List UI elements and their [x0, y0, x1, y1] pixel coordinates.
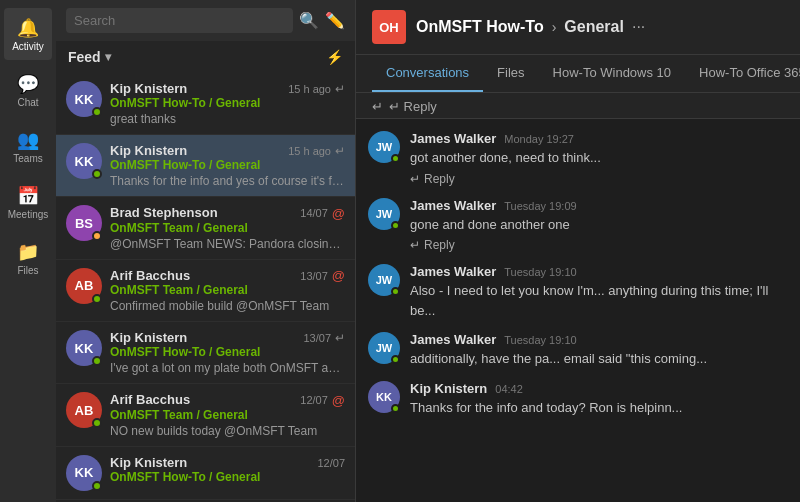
tab-files[interactable]: Files [483, 55, 538, 92]
msg-author: James Walker [410, 198, 496, 213]
msg-author: Kip Knistern [410, 381, 487, 396]
reply-bar-icon: ↵ [372, 99, 383, 114]
msg-avatar-status [391, 287, 400, 296]
sidebar-item-teams-label: Teams [13, 153, 42, 164]
feed-preview: @OnMSFT Team NEWS: Pandora closing in Au… [110, 237, 345, 251]
feed-item[interactable]: KK Kip Knistern 13/07 ↵ OnMSFT How-To / … [56, 322, 355, 384]
sidebar-item-teams[interactable]: 👥 Teams [4, 120, 52, 172]
feed-preview: NO new builds today @OnMSFT Team [110, 424, 345, 438]
tab-howto-office365[interactable]: How-To Office 365 [685, 55, 800, 92]
channel-name: OnMSFT How-To [416, 18, 544, 36]
tabs-bar: Conversations Files How-To Windows 10 Ho… [356, 55, 800, 93]
feed-item[interactable]: AB Arif Bacchus 12/07 @ OnMSFT Team / Ge… [56, 384, 355, 447]
feed-author: Arif Bacchus [110, 392, 190, 407]
avatar-status [92, 356, 102, 366]
feed-author: Kip Knistern [110, 330, 187, 345]
feed-item[interactable]: AB Arif Bacchus 13/07 @ OnMSFT Team / Ge… [56, 260, 355, 323]
feed-author: Arif Bacchus [110, 268, 190, 283]
msg-avatar-status [391, 404, 400, 413]
avatar: KK [66, 455, 102, 491]
message-group: JW James Walker Monday 19:27 got another… [368, 131, 788, 186]
feed-item[interactable]: BS Brad Stephenson 14/07 @ OnMSFT Team /… [56, 197, 355, 260]
reply-icon: ↵ [335, 144, 345, 158]
msg-body: James Walker Monday 19:27 got another do… [410, 131, 788, 186]
channel-options-button[interactable]: ··· [632, 18, 645, 36]
msg-time: Tuesday 19:09 [504, 200, 576, 212]
feed-dropdown-icon[interactable]: ▾ [105, 50, 111, 64]
channel-avatar: OH [372, 10, 406, 44]
tab-howto-win10[interactable]: How-To Windows 10 [539, 55, 686, 92]
msg-time: Tuesday 19:10 [504, 334, 576, 346]
feed-content: Kip Knistern 15 h ago ↵ OnMSFT How-To / … [110, 143, 345, 188]
avatar: AB [66, 392, 102, 428]
feed-channel: OnMSFT Team / General [110, 283, 345, 297]
feed-author: Kip Knistern [110, 455, 187, 470]
feed-channel: OnMSFT How-To / General [110, 345, 345, 359]
msg-avatar: KK [368, 381, 400, 413]
search-icon[interactable]: 🔍 [299, 11, 319, 30]
sidebar-item-meetings[interactable]: 📅 Meetings [4, 176, 52, 228]
feed-time: 12/07 @ [300, 393, 345, 408]
msg-text: got another done, need to think... [410, 148, 788, 168]
sidebar-item-chat-label: Chat [17, 97, 38, 108]
avatar-status [92, 107, 102, 117]
activity-icon: 🔔 [17, 17, 39, 39]
feed-time: 13/07 ↵ [303, 331, 345, 345]
msg-author: James Walker [410, 264, 496, 279]
sidebar-item-chat[interactable]: 💬 Chat [4, 64, 52, 116]
feed-label: Feed [68, 49, 101, 65]
avatar: KK [66, 330, 102, 366]
reply-bar-label[interactable]: ↵ Reply [389, 99, 437, 114]
sidebar-item-activity[interactable]: 🔔 Activity [4, 8, 52, 60]
feed-item[interactable]: KK Kip Knistern 15 h ago ↵ OnMSFT How-To… [56, 73, 355, 135]
feed-channel: OnMSFT How-To / General [110, 470, 345, 484]
msg-avatar-status [391, 355, 400, 364]
msg-reply-button[interactable]: ↵ Reply [410, 238, 788, 252]
msg-avatar: JW [368, 198, 400, 230]
reply-icon: ↵ [335, 82, 345, 96]
avatar-status [92, 481, 102, 491]
feed-content: Kip Knistern 15 h ago ↵ OnMSFT How-To / … [110, 81, 345, 126]
msg-reply-button[interactable]: ↵ Reply [410, 172, 788, 186]
feed-content: Kip Knistern 13/07 ↵ OnMSFT How-To / Gen… [110, 330, 345, 375]
sidebar-item-meetings-label: Meetings [8, 209, 49, 220]
feed-header: Feed ▾ ⚡ [56, 41, 355, 73]
reply-label[interactable]: Reply [424, 238, 455, 252]
feed-channel: OnMSFT Team / General [110, 221, 345, 235]
msg-avatar-status [391, 154, 400, 163]
feed-time: 15 h ago ↵ [288, 144, 345, 158]
teams-icon: 👥 [17, 129, 39, 151]
msg-time: Tuesday 19:10 [504, 266, 576, 278]
reply-icon: ↵ [410, 238, 420, 252]
feed-item[interactable]: KK Kip Knistern 15 h ago ↵ OnMSFT How-To… [56, 135, 355, 197]
sidebar-item-activity-label: Activity [12, 41, 44, 52]
msg-text: Also - I need to let you know I'm... any… [410, 281, 788, 320]
sidebar-item-files[interactable]: 📁 Files [4, 232, 52, 284]
channel-general: General [564, 18, 624, 36]
feed-content: Arif Bacchus 12/07 @ OnMSFT Team / Gener… [110, 392, 345, 438]
feed-header-left: Feed ▾ [68, 49, 111, 65]
msg-body: James Walker Tuesday 19:10 additionally,… [410, 332, 788, 369]
channel-title-area: OnMSFT How-To › General ··· [416, 18, 645, 36]
feed-time: 14/07 @ [300, 206, 345, 221]
feed-channel: OnMSFT Team / General [110, 408, 345, 422]
msg-avatar: JW [368, 264, 400, 296]
nav-sidebar: 🔔 Activity 💬 Chat 👥 Teams 📅 Meetings 📁 F… [0, 0, 56, 502]
search-input[interactable] [66, 8, 293, 33]
mention-icon: @ [332, 393, 345, 408]
filter-icon[interactable]: ⚡ [326, 49, 343, 65]
feed-search-bar: 🔍 ✏️ [56, 0, 355, 41]
compose-icon[interactable]: ✏️ [325, 11, 345, 30]
feed-time: 15 h ago ↵ [288, 82, 345, 96]
message-group: KK Kip Knistern 04:42 Thanks for the inf… [368, 381, 788, 418]
feed-panel: 🔍 ✏️ Feed ▾ ⚡ KK Kip Knistern 15 h ago ↵… [56, 0, 356, 502]
feed-time: 13/07 @ [300, 268, 345, 283]
sidebar-item-files-label: Files [17, 265, 38, 276]
feed-item[interactable]: KK Kip Knistern 12/07 OnMSFT How-To / Ge… [56, 447, 355, 500]
tab-conversations[interactable]: Conversations [372, 55, 483, 92]
feed-author: Kip Knistern [110, 143, 187, 158]
feed-author: Brad Stephenson [110, 205, 218, 220]
meetings-icon: 📅 [17, 185, 39, 207]
msg-text: Thanks for the info and today? Ron is he… [410, 398, 788, 418]
reply-label[interactable]: Reply [424, 172, 455, 186]
